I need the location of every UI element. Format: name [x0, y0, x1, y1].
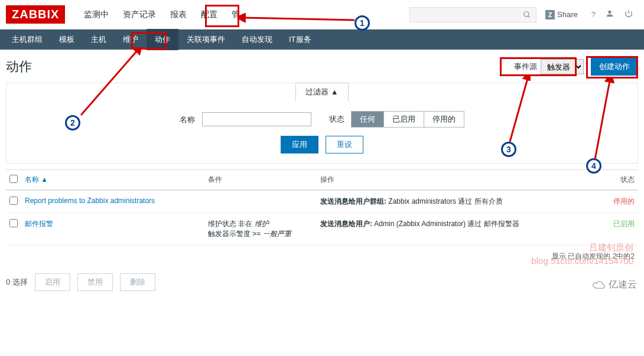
search-icon [523, 11, 531, 19]
power-icon[interactable] [624, 9, 633, 20]
page-header: 动作 事件源 触发器 创建动作 [0, 50, 644, 83]
event-source-select[interactable]: 触发器 [541, 59, 584, 74]
cond-cell [204, 190, 317, 213]
select-all-checkbox[interactable] [9, 175, 18, 183]
subnav-actions[interactable]: 动作 [147, 29, 178, 50]
event-source-row: 事件源 触发器 创建动作 [514, 58, 638, 76]
status-link[interactable]: 停用的 [613, 197, 635, 205]
menu-config[interactable]: 配置 [194, 1, 225, 29]
svg-line-1 [528, 15, 530, 17]
status-link[interactable]: 已启用 [613, 220, 635, 228]
sub-nav: 主机群组 模板 主机 维护 动作 关联项事件 自动发现 IT服务 [0, 30, 644, 50]
menu-admin[interactable]: 管 [225, 1, 247, 29]
reset-button[interactable]: 重设 [326, 136, 363, 153]
status-any[interactable]: 任何 [352, 112, 384, 127]
action-name-link[interactable]: Report problems to Zabbix administrators [25, 197, 155, 205]
user-icon[interactable] [605, 9, 614, 20]
page-title: 动作 [6, 58, 514, 76]
filter-name-label: 名称 [180, 115, 195, 124]
status-toggle: 任何 已启用 停用的 [351, 111, 464, 128]
cond-cell: 维护状态 非在 维护 触发器示警度 >= 一般严重 [204, 213, 317, 246]
menu-inventory[interactable]: 资产记录 [116, 1, 163, 29]
topbar: ZABBIX 监测中 资产记录 报表 配置 管 ZShare ? [0, 0, 644, 30]
menu-reports[interactable]: 报表 [163, 1, 194, 29]
col-cond: 条件 [204, 170, 317, 191]
svg-point-2 [608, 11, 611, 14]
brand-watermark: 亿速云 [592, 279, 637, 291]
subnav-discovery[interactable]: 自动发现 [233, 29, 281, 50]
filter-status-label: 状态 [329, 115, 344, 123]
subnav-itservices[interactable]: IT服务 [281, 29, 320, 50]
disable-button[interactable]: 禁用 [77, 273, 113, 291]
subnav-templates[interactable]: 模板 [51, 29, 83, 50]
status-enabled[interactable]: 已启用 [384, 112, 424, 127]
table-row: Report problems to Zabbix administrators… [6, 190, 638, 213]
col-op: 操作 [317, 170, 603, 191]
selected-count: 0 选择 [6, 277, 28, 288]
row-checkbox[interactable] [9, 197, 18, 205]
apply-button[interactable]: 应用 [281, 136, 318, 153]
create-action-button[interactable]: 创建动作 [591, 58, 638, 76]
filter-name-input[interactable] [202, 112, 311, 126]
subnav-correlation[interactable]: 关联项事件 [178, 29, 233, 50]
svg-point-0 [524, 11, 529, 16]
status-disabled[interactable]: 停用的 [424, 112, 464, 127]
cloud-icon [592, 280, 606, 290]
top-menu: 监测中 资产记录 报表 配置 管 [77, 1, 247, 29]
row-checkbox[interactable] [9, 219, 18, 227]
action-name-link[interactable]: 邮件报警 [25, 220, 53, 228]
logo[interactable]: ZABBIX [6, 5, 65, 24]
bulk-actions: 0 选择 启用 禁用 删除 [0, 267, 644, 297]
watermark: 吕建钊原创 blog.51cto.com/14154700 [531, 241, 633, 267]
search-input[interactable] [409, 7, 536, 22]
subnav-hosts[interactable]: 主机 [83, 29, 115, 50]
col-name[interactable]: 名称 ▲ [21, 170, 204, 191]
op-cell: 发送消息给用户群组: Zabbix administrators 通过 所有介质 [317, 190, 603, 213]
filter-tab[interactable]: 过滤器 ▲ [295, 83, 348, 102]
filter-panel: 过滤器 ▲ 名称 状态 任何 已启用 停用的 应用 重设 [6, 83, 638, 164]
delete-button[interactable]: 删除 [120, 273, 155, 291]
menu-monitoring[interactable]: 监测中 [77, 1, 116, 29]
event-source-label: 事件源 [514, 61, 537, 72]
actions-table: 名称 ▲ 条件 操作 状态 Report problems to Zabbix … [6, 169, 638, 246]
col-status: 状态 [603, 170, 638, 191]
help-icon[interactable]: ? [591, 10, 596, 19]
subnav-hostgroups[interactable]: 主机群组 [4, 29, 51, 50]
enable-button[interactable]: 启用 [35, 273, 70, 291]
share-button[interactable]: ZShare [545, 10, 578, 19]
subnav-maintenance[interactable]: 维护 [115, 29, 147, 50]
